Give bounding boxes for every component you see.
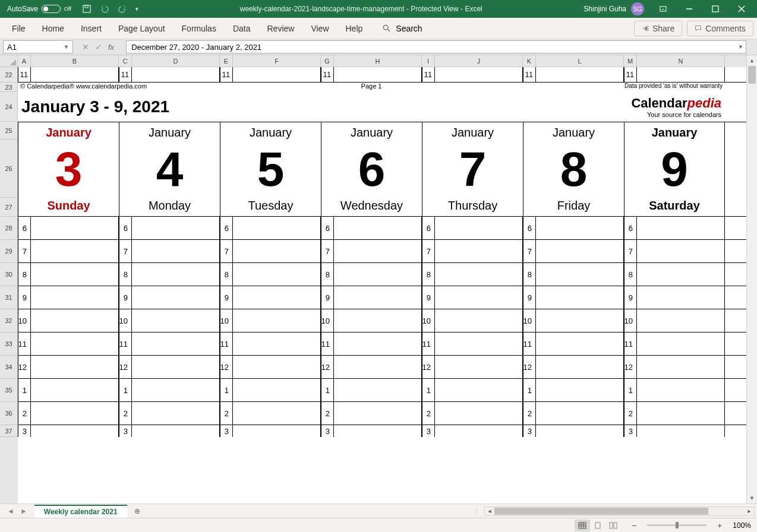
hour-slot[interactable] (637, 263, 725, 286)
cell-blank[interactable] (334, 67, 422, 82)
hour-slot[interactable] (334, 425, 422, 437)
hour-slot[interactable] (233, 309, 321, 332)
cells-area[interactable]: 11111111111111 © Calendarpedia® www.cale… (18, 67, 746, 504)
hour-cell[interactable]: 6 (523, 217, 536, 239)
hour-cell[interactable]: 3 (220, 425, 233, 437)
day-column-monday[interactable]: January4Monday (119, 122, 220, 216)
hour-slot[interactable] (435, 402, 523, 425)
row-header-29[interactable]: 29 (0, 240, 18, 263)
hour-cell[interactable]: 7 (119, 240, 132, 262)
column-header-B[interactable]: B (31, 55, 119, 67)
hour-cell[interactable]: 12 (624, 356, 637, 378)
hour-slot[interactable] (132, 332, 220, 355)
save-icon[interactable] (82, 4, 92, 14)
tab-data[interactable]: Data (225, 19, 259, 38)
cell-hour[interactable]: 11 (523, 67, 536, 82)
hour-cell[interactable]: 2 (119, 402, 132, 425)
row-header-34[interactable]: 34 (0, 356, 18, 379)
hour-slot[interactable] (334, 332, 422, 355)
select-all-cell[interactable] (0, 55, 18, 67)
hour-slot[interactable] (132, 217, 220, 239)
hour-cell[interactable]: 10 (119, 309, 132, 332)
hour-slot[interactable] (435, 356, 523, 378)
tab-help[interactable]: Help (338, 19, 371, 38)
hour-cell[interactable]: 12 (523, 356, 536, 378)
hour-slot[interactable] (536, 263, 624, 286)
hour-slot[interactable] (31, 356, 119, 378)
hour-cell[interactable]: 2 (321, 402, 334, 425)
hour-cell[interactable]: 11 (624, 332, 637, 355)
hour-cell[interactable]: 3 (18, 425, 31, 437)
horizontal-scrollbar[interactable]: ◄ ► (484, 506, 755, 516)
hour-cell[interactable]: 2 (220, 402, 233, 425)
hour-slot[interactable] (435, 286, 523, 309)
hour-cell[interactable]: 6 (119, 217, 132, 239)
hour-cell[interactable]: 7 (321, 240, 334, 262)
formula-input[interactable]: December 27, 2020 - January 2, 2021 ▼ (126, 40, 746, 53)
column-header-K[interactable]: K (523, 55, 536, 67)
hour-cell[interactable]: 10 (523, 309, 536, 332)
hour-slot[interactable] (637, 286, 725, 309)
expand-formula-icon[interactable]: ▼ (738, 44, 743, 50)
hour-cell[interactable]: 12 (119, 356, 132, 378)
hour-slot[interactable] (132, 286, 220, 309)
hour-slot[interactable] (435, 425, 523, 437)
hour-cell[interactable]: 1 (119, 379, 132, 401)
day-column-sunday[interactable]: January3Sunday (18, 122, 119, 216)
hour-slot[interactable] (334, 379, 422, 401)
hour-slot[interactable] (132, 379, 220, 401)
hour-slot[interactable] (435, 263, 523, 286)
hour-slot[interactable] (435, 240, 523, 262)
hour-cell[interactable]: 11 (321, 332, 334, 355)
hour-cell[interactable]: 1 (422, 379, 435, 401)
hour-slot[interactable] (435, 309, 523, 332)
hour-slot[interactable] (233, 217, 321, 239)
cell-hour[interactable]: 11 (18, 67, 31, 82)
hour-slot[interactable] (233, 240, 321, 262)
tab-page-layout[interactable]: Page Layout (110, 19, 174, 38)
autosave-toggle[interactable]: AutoSave Off (2, 5, 76, 13)
column-header-F[interactable]: F (233, 55, 321, 67)
hour-cell[interactable]: 12 (422, 356, 435, 378)
cell-hour[interactable]: 11 (220, 67, 233, 82)
cell-blank[interactable] (637, 67, 725, 82)
sheet-prev-icon[interactable]: ◄ (7, 507, 14, 515)
column-header-A[interactable]: A (18, 55, 31, 67)
cell-blank[interactable] (132, 67, 220, 82)
hour-slot[interactable] (637, 309, 725, 332)
zoom-in-button[interactable]: + (715, 521, 724, 530)
hour-cell[interactable]: 6 (422, 217, 435, 239)
cell-blank[interactable] (536, 67, 624, 82)
hour-cell[interactable]: 12 (321, 356, 334, 378)
hour-cell[interactable]: 10 (220, 309, 233, 332)
close-button[interactable] (728, 0, 755, 18)
hour-cell[interactable]: 3 (624, 425, 637, 437)
hour-cell[interactable]: 11 (422, 332, 435, 355)
row-header-27[interactable]: 27 (0, 198, 18, 217)
column-header-M[interactable]: M (624, 55, 637, 67)
name-box[interactable]: A1 ▼ (3, 40, 73, 53)
hour-slot[interactable] (233, 379, 321, 401)
hour-cell[interactable]: 7 (624, 240, 637, 262)
zoom-out-button[interactable]: − (629, 521, 639, 530)
hour-slot[interactable] (536, 356, 624, 378)
hour-cell[interactable]: 8 (624, 263, 637, 286)
share-button[interactable]: Share (634, 21, 682, 36)
hour-slot[interactable] (536, 217, 624, 239)
scroll-up-icon[interactable]: ▲ (747, 55, 757, 66)
user-account[interactable]: Shinjini Guha SG (578, 2, 650, 15)
minimize-button[interactable] (676, 0, 702, 18)
hour-cell[interactable]: 6 (624, 217, 637, 239)
column-header-H[interactable]: H (334, 55, 422, 67)
hour-cell[interactable]: 7 (422, 240, 435, 262)
column-header-N[interactable]: N (637, 55, 725, 67)
hour-slot[interactable] (536, 379, 624, 401)
scroll-down-icon[interactable]: ▼ (747, 493, 757, 504)
hour-cell[interactable]: 9 (624, 286, 637, 309)
column-header-G[interactable]: G (321, 55, 334, 67)
hour-slot[interactable] (31, 217, 119, 239)
hour-slot[interactable] (334, 286, 422, 309)
hour-slot[interactable] (637, 240, 725, 262)
add-sheet-button[interactable]: ⊕ (127, 507, 147, 515)
scroll-left-icon[interactable]: ◄ (485, 508, 494, 514)
